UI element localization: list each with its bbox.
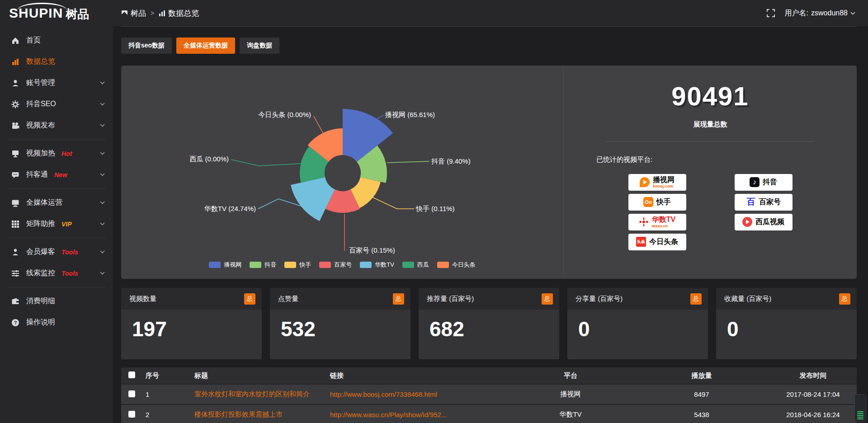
video-title-link[interactable]: 室外水纹灯和室内水纹灯的区别和简介: [194, 390, 310, 398]
video-url-link[interactable]: http://www.wasu.cn/Play/show/id/952...: [330, 411, 447, 418]
legend-swatch: [360, 262, 372, 268]
cell-date: 2018-04-26 16:24: [769, 404, 857, 423]
sidebar-item-video-publish[interactable]: 视频发布: [0, 115, 113, 136]
sidebar-item-douyin-seo[interactable]: 抖音SEO: [0, 94, 113, 115]
xigua-logo-icon: [742, 217, 752, 227]
sidebar-item-consumption[interactable]: 消费明细: [0, 291, 113, 312]
pie-label-line: [258, 199, 301, 209]
table-row: 1 室外水纹灯和室内水纹灯的区别和简介 http://www.boosj.com…: [121, 384, 857, 404]
legend-swatch: [402, 262, 414, 268]
tools-badge: Tools: [61, 249, 78, 256]
baijiahao-logo-icon: 百: [746, 197, 756, 207]
username-label: 用户名:: [785, 9, 808, 18]
legend-swatch: [284, 262, 296, 268]
dashboard-icon: [121, 10, 128, 17]
sidebar-item-omnimedia[interactable]: 全媒体运营: [0, 192, 113, 213]
sidebar-item-matrix-boost[interactable]: 矩阵助推 VIP: [0, 213, 113, 235]
floating-widget[interactable]: [854, 394, 866, 422]
legend-item[interactable]: 今日头条: [437, 261, 476, 269]
chevron-down-icon: [850, 12, 855, 15]
logo-text-cn: 树品: [66, 8, 89, 20]
summary-area: 90491 展现量总数 已统计的视频平台: 播视网boosj.com Oo 快手…: [563, 66, 857, 279]
sidebar-item-video-heat[interactable]: 视频加热 Hot: [0, 143, 113, 164]
kuaishou-logo-icon: Oo: [643, 197, 653, 207]
breadcrumb-current[interactable]: 数据总览: [159, 8, 199, 19]
sidebar-item-clue-monitor[interactable]: 线索监控 Tools: [0, 263, 113, 284]
platform-badge-boosj: 播视网boosj.com: [628, 174, 686, 191]
platforms-grid: 播视网boosj.com Oo 快手 华数TVwasu.cn 头条 今日头条 ♪: [604, 172, 816, 252]
overview-panel: 播视网 (65.61%)抖音 (9.40%)快手 (0.11%)百家号 (0.1…: [121, 66, 857, 279]
sidebar-item-account[interactable]: 账号管理: [0, 72, 113, 94]
row-checkbox[interactable]: [128, 390, 135, 397]
hot-badge: Hot: [61, 150, 72, 157]
sidebar-item-member-leads[interactable]: 会员爆客 Tools: [0, 241, 113, 263]
legend-item[interactable]: 百家号: [319, 261, 352, 269]
sidebar-item-instructions[interactable]: ? 操作说明: [0, 312, 113, 333]
topbar-right: 用户名: zswodun88: [767, 9, 868, 18]
legend-item[interactable]: 播视网: [209, 261, 241, 269]
sidebar-item-doketong[interactable]: 抖客通 New: [0, 164, 113, 185]
select-all-checkbox[interactable]: [128, 371, 135, 378]
boosj-logo-icon: [640, 177, 650, 187]
bar-chart-icon: [11, 57, 20, 66]
legend-swatch: [250, 262, 261, 268]
douyin-logo-icon: ♪: [750, 177, 760, 187]
legend-item[interactable]: 抖音: [250, 261, 276, 269]
tab-inquiry-data[interactable]: 询盘数据: [240, 38, 279, 54]
stat-card-label: 推荐量 (百家号): [427, 295, 474, 303]
cell-plays: 5438: [634, 404, 769, 423]
col-header-date: 发布时间: [769, 367, 857, 384]
sidebar: 首页 数据总览 账号管理 抖音SEO 视频发布 视频加热 Hot 抖客通 New…: [0, 26, 113, 423]
chevron-down-icon: [100, 201, 105, 204]
legend-swatch: [437, 262, 449, 268]
pie-slice[interactable]: [291, 177, 335, 221]
svg-text:?: ?: [14, 320, 17, 325]
legend-label: 华数TV: [375, 261, 394, 269]
platform-badge-douyin: ♪ 抖音: [735, 174, 793, 191]
wallet-icon: [11, 297, 20, 306]
col-header-index: 序号: [142, 367, 191, 384]
sidebar-item-data-overview[interactable]: 数据总览: [0, 51, 113, 72]
header-divider: [121, 26, 857, 27]
toutiao-logo-icon: 头条: [636, 237, 646, 247]
platform-badge-kuaishou: Oo 快手: [628, 194, 686, 211]
pie-label-line: [387, 161, 429, 163]
fullscreen-icon[interactable]: [767, 9, 775, 17]
stat-card-value: 682: [419, 310, 559, 359]
person-icon: [11, 248, 20, 257]
chevron-down-icon: [100, 250, 105, 254]
cell-index: 2: [142, 404, 191, 423]
video-title-link[interactable]: 楼体投影灯投影效果震撼上市: [194, 410, 283, 418]
stat-cards: 视频数量总 197 点赞量总 532 推荐量 (百家号)总 682 分享量 (百…: [121, 288, 857, 359]
tools-badge: Tools: [61, 270, 78, 277]
pie-label: 华数TV (24.74%): [204, 205, 256, 212]
sliders-icon: [11, 269, 20, 278]
total-badge: 总: [839, 293, 850, 305]
total-impressions-value: 90491: [564, 81, 857, 111]
stat-card-shares: 分享量 (百家号)总 0: [567, 288, 708, 359]
legend-item[interactable]: 快手: [284, 261, 311, 269]
stat-card-label: 点赞量: [278, 295, 298, 303]
platform-badge-toutiao: 头条 今日头条: [628, 234, 686, 250]
stat-card-recommends: 推荐量 (百家号)总 682: [419, 288, 559, 359]
user-menu[interactable]: 用户名: zswodun88: [785, 9, 855, 18]
sidebar-divider: [7, 238, 106, 238]
tab-omnimedia-data[interactable]: 全媒体运营数据: [176, 38, 235, 54]
tab-douyin-seo[interactable]: 抖音seo数据: [121, 38, 172, 54]
row-checkbox[interactable]: [128, 411, 135, 418]
breadcrumb-home[interactable]: 树品: [121, 8, 146, 19]
platform-badge-wasu: 华数TVwasu.cn: [628, 214, 686, 230]
stat-card-video-count: 视频数量总 197: [121, 288, 262, 359]
table-row: 2 楼体投影灯投影效果震撼上市 http://www.wasu.cn/Play/…: [121, 404, 857, 423]
cell-platform: 播视网: [507, 384, 634, 404]
legend-item[interactable]: 华数TV: [360, 261, 394, 269]
video-url-link[interactable]: http://www.boosj.com/7338468.html: [330, 390, 437, 398]
legend-label: 抖音: [264, 261, 276, 269]
sidebar-item-home[interactable]: 首页: [0, 30, 113, 51]
total-badge: 总: [244, 293, 255, 305]
legend-item[interactable]: 西瓜: [402, 261, 429, 269]
total-badge: 总: [690, 293, 702, 305]
pie-label: 播视网 (65.61%): [385, 111, 435, 118]
question-circle-icon: ?: [11, 318, 20, 327]
col-header-plays: 播放量: [634, 367, 769, 384]
